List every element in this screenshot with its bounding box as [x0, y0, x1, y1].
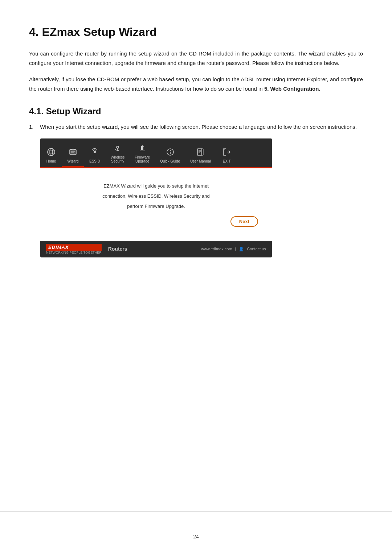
wizard-icon	[69, 148, 77, 158]
nav-exit[interactable]: EXIT	[216, 141, 238, 167]
svg-point-11	[117, 146, 119, 148]
wireless-security-icon	[113, 144, 122, 154]
nav-exit-label: EXIT	[223, 159, 231, 163]
svg-rect-22	[201, 149, 203, 155]
quick-guide-icon	[166, 148, 175, 158]
svg-point-16	[170, 150, 170, 151]
svg-rect-5	[70, 149, 76, 155]
list-item-1: 1. When you start the setup wizard, you …	[29, 122, 363, 132]
nav-wizard-label: Wizard	[67, 159, 78, 163]
nav-home-label: Home	[46, 159, 56, 163]
edimax-sub-text: NETWORKING PEOPLE TOGETHER	[46, 251, 102, 254]
wizard-body-line-3: perform Firmware Upgrade.	[127, 202, 185, 210]
chapter-title: 4. EZmax Setup Wizard	[29, 25, 363, 39]
next-button[interactable]: Next	[230, 216, 258, 227]
wizard-footer-left: EDIMAX NETWORKING PEOPLE TOGETHER Router…	[46, 244, 127, 254]
svg-rect-7	[74, 149, 75, 150]
person-icon: 👤	[239, 247, 244, 251]
intro-paragraph-1: You can configure the router by running …	[29, 49, 363, 67]
exit-icon	[222, 148, 231, 158]
nav-essid[interactable]: ESSID	[84, 141, 106, 167]
svg-rect-6	[70, 149, 72, 150]
intro-paragraph-2: Alternatively, if you lose the CD-ROM or…	[29, 75, 363, 93]
wizard-body: EZMAX Wizard will guide you to setup the…	[40, 168, 272, 241]
wizard-screenshot: Home Wizard	[40, 138, 272, 258]
nav-wireless-security-label: WirelessSecurity	[111, 155, 124, 163]
routers-text: Routers	[108, 246, 127, 252]
wizard-footer: EDIMAX NETWORKING PEOPLE TOGETHER Router…	[40, 241, 272, 257]
page-number: 24	[0, 534, 392, 539]
svg-marker-13	[140, 145, 144, 150]
wizard-footer-right: www.edimax.com | 👤 Contact us	[201, 247, 266, 251]
wizard-navbar: Home Wizard	[40, 139, 272, 167]
essid-icon	[90, 148, 99, 158]
wizard-body-line-1: EZMAX Wizard will guide you to setup the…	[103, 182, 209, 190]
wizard-next-row: Next	[48, 213, 265, 230]
edimax-logo: EDIMAX NETWORKING PEOPLE TOGETHER	[46, 244, 102, 254]
nav-wizard[interactable]: Wizard	[62, 141, 84, 167]
nav-user-manual[interactable]: User Manual	[185, 141, 216, 167]
nav-quick-guide-label: Quick Guide	[160, 159, 180, 163]
footer-divider: |	[235, 247, 236, 251]
nav-wireless-security[interactable]: WirelessSecurity	[106, 141, 130, 167]
user-manual-icon	[196, 148, 205, 158]
nav-firmware-label: FirmwareUpgrade	[135, 155, 150, 163]
svg-line-12	[115, 149, 116, 150]
nav-quick-guide[interactable]: Quick Guide	[155, 141, 185, 167]
section-title: 4.1. Setup Wizard	[29, 106, 363, 116]
nav-essid-label: ESSID	[89, 159, 100, 163]
item-text: When you start the setup wizard, you wil…	[40, 122, 357, 132]
nav-firmware-upgrade[interactable]: FirmwareUpgrade	[130, 141, 155, 167]
wizard-body-line-2: connection, Wireless ESSID, Wireless Sec…	[102, 192, 210, 200]
website-text: www.edimax.com	[201, 247, 232, 251]
nav-user-manual-label: User Manual	[190, 159, 211, 163]
firmware-icon	[138, 144, 147, 154]
item-number: 1.	[29, 122, 37, 132]
page-bottom-line	[0, 512, 392, 512]
globe-icon	[47, 148, 56, 158]
contact-text: Contact us	[247, 247, 266, 251]
nav-home[interactable]: Home	[40, 141, 62, 167]
edimax-brand-text: EDIMAX	[46, 244, 102, 251]
page-content: 4. EZmax Setup Wizard You can configure …	[29, 25, 363, 258]
